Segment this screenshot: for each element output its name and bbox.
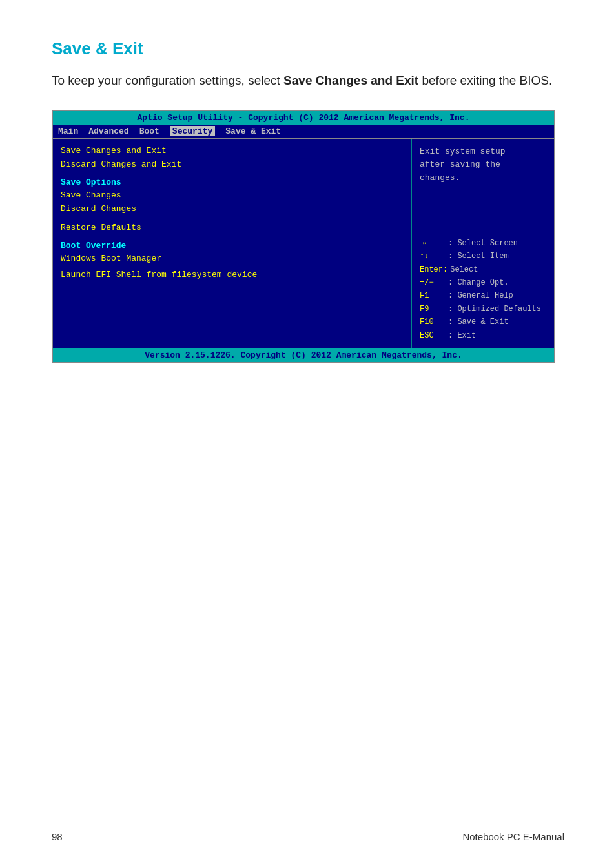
section-boot-override: Boot Override [61,241,404,250]
key-optimized-defaults: : Optimized Defaults [448,303,541,316]
key-line-change: +/− : Change Opt. [420,276,546,289]
key-save-exit: : Save & Exit [448,316,509,328]
nav-save-exit[interactable]: Save & Exit [225,126,281,136]
nav-boot[interactable]: Boot [139,126,159,136]
menu-restore-defaults[interactable]: Restore Defaults [61,222,404,233]
key-general-help: : General Help [448,289,513,302]
key-line-f10: F10 : Save & Exit [420,316,546,328]
section-save-options: Save Options [61,177,404,187]
key-line-f1: F1 : General Help [420,289,546,302]
nav-advanced[interactable]: Advanced [88,126,128,136]
key-change-opt: : Change Opt. [448,276,509,289]
bios-left-panel: Save Changes and Exit Discard Changes an… [53,139,412,349]
help-line2: after saving the [420,158,546,172]
page-title: Save & Exit [52,39,564,59]
key-select-item: : Select Item [448,250,509,263]
key-plusminus: +/− [420,276,446,289]
key-f1: F1 [420,289,446,302]
menu-discard-changes-exit[interactable]: Discard Changes and Exit [61,159,404,170]
key-line-esc: ESC : Exit [420,329,546,342]
key-select-screen: : Select Screen [448,237,518,250]
nav-security[interactable]: Security [170,126,215,136]
bios-nav: Main Advanced Boot Security Save & Exit [53,125,554,139]
key-select: Select [450,263,478,276]
bios-header: Aptio Setup Utility - Copyright (C) 2012… [53,111,554,125]
key-esc: ESC [420,329,446,342]
key-exit: : Exit [448,329,476,342]
bios-body: Save Changes and Exit Discard Changes an… [53,139,554,349]
key-line-enter: Enter: Select [420,263,546,276]
key-f9: F9 [420,303,446,316]
key-updown: ↑↓ [420,250,446,263]
key-arrows: →← [420,237,446,250]
bios-help-text: Exit system setup after saving the chang… [420,145,546,185]
page-intro: To keep your configuration settings, sel… [52,72,564,90]
footer-manual-title: Notebook PC E-Manual [462,831,564,842]
key-line-select-screen: →← : Select Screen [420,237,546,250]
nav-main[interactable]: Main [58,126,78,136]
key-enter: Enter: [420,263,447,276]
key-help-section: →← : Select Screen ↑↓ : Select Item Ente… [420,237,546,342]
bios-screen: Aptio Setup Utility - Copyright (C) 2012… [52,110,555,364]
page-footer: 98 Notebook PC E-Manual [52,823,564,842]
menu-save-changes[interactable]: Save Changes [61,190,404,201]
footer-page-number: 98 [52,831,63,842]
menu-discard-changes[interactable]: Discard Changes [61,203,404,214]
menu-save-changes-exit[interactable]: Save Changes and Exit [61,145,404,156]
bios-footer: Version 2.15.1226. Copyright (C) 2012 Am… [53,348,554,362]
menu-windows-boot-manager[interactable]: Windows Boot Manager [61,253,404,264]
intro-suffix: before exiting the BIOS. [418,74,552,87]
key-f10: F10 [420,316,446,328]
intro-text: To keep your configuration settings, sel… [52,74,283,87]
key-line-f9: F9 : Optimized Defaults [420,303,546,316]
help-line3: changes. [420,172,546,185]
menu-launch-efi-shell[interactable]: Launch EFI Shell from filesystem device [61,269,404,280]
help-line1: Exit system setup [420,145,546,159]
intro-bold: Save Changes and Exit [283,74,418,87]
key-line-select-item: ↑↓ : Select Item [420,250,546,263]
bios-right-panel: Exit system setup after saving the chang… [412,139,554,349]
